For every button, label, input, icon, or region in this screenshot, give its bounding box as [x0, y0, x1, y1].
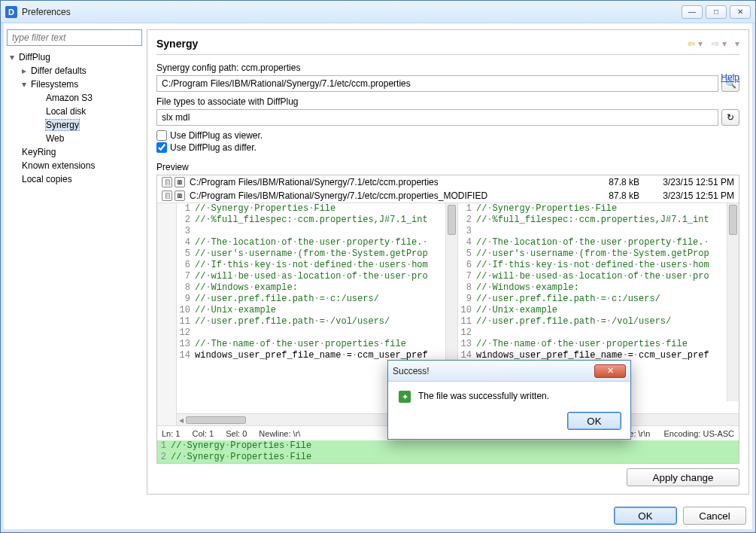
file-date: 3/23/15 12:51 PM [644, 177, 734, 187]
disk-icon: ⌸ [162, 190, 172, 201]
file-path: C:/Program Files/IBM/Rational/Synergy/7.… [190, 190, 582, 201]
sidebar: DiffPlug Differ defaults Filesystems Ama… [7, 29, 142, 495]
tree-item-keyring[interactable]: KeyRing [7, 145, 142, 159]
status-newline-left: Newline: \r\ [259, 429, 300, 438]
viewer-checkbox-label: Use DiffPlug as viewer. [170, 130, 263, 141]
file-icon: 🗎 [175, 177, 185, 187]
viewer-checkbox[interactable] [156, 130, 167, 141]
merged-result: 1//·Synergy·Properties·File2//·Synergy·P… [157, 440, 739, 463]
diff-gutter [157, 203, 177, 413]
reset-button[interactable]: ↻ [721, 109, 739, 126]
file-row[interactable]: ⌸🗎 C:/Program Files/IBM/Rational/Synergy… [157, 189, 739, 203]
forward-icon[interactable]: ⇨ [712, 38, 719, 49]
tree-item-local-disk[interactable]: Local disk [7, 105, 142, 118]
tree-item-known-extensions[interactable]: Known extensions [7, 159, 142, 172]
close-button[interactable]: ✕ [730, 5, 751, 19]
preview-label: Preview [156, 162, 739, 172]
dialog-title: Success! [393, 366, 594, 376]
status-col: Col: 1 [192, 429, 214, 438]
tree-item-local-copies[interactable]: Local copies [7, 172, 142, 186]
file-size: 87.8 kB [587, 177, 639, 187]
maximize-button[interactable]: □ [706, 5, 727, 19]
differ-checkbox[interactable] [156, 142, 167, 153]
filter-input[interactable] [7, 29, 142, 46]
window-body: DiffPlug Differ defaults Filesystems Ama… [1, 23, 755, 501]
tree-item-web[interactable]: Web [7, 132, 142, 145]
shield-icon: ✦ [399, 391, 411, 403]
forward-menu-icon[interactable]: ▾ [722, 38, 727, 49]
apply-change-button[interactable]: Apply change [627, 468, 739, 486]
back-icon[interactable]: ⇦ [688, 38, 695, 49]
config-path-label: Synergy config path: ccm.properties [156, 62, 739, 73]
window-title: Preferences [22, 7, 71, 17]
refresh-icon: ↻ [727, 112, 734, 123]
tree-item-diffplug[interactable]: DiffPlug [7, 50, 142, 64]
menu-dropdown-icon[interactable]: ▾ [735, 38, 739, 49]
config-path-input[interactable] [156, 75, 718, 92]
status-encoding: Encoding: US-ASC [663, 429, 734, 438]
dialog-message: The file was successfully written. [418, 391, 549, 401]
nav-tree[interactable]: DiffPlug Differ defaults Filesystems Ama… [7, 50, 142, 495]
preferences-window: D Preferences — □ ✕ DiffPlug Differ defa… [0, 0, 756, 533]
file-list: ⌸🗎 C:/Program Files/IBM/Rational/Synergy… [157, 175, 739, 203]
disk-icon: ⌸ [162, 177, 172, 187]
dialog-footer: OK Cancel [1, 501, 755, 532]
cancel-button[interactable]: Cancel [683, 507, 746, 525]
ok-button[interactable]: OK [614, 507, 677, 525]
success-dialog: Success! ✕ ✦ The file was successfully w… [387, 360, 631, 440]
file-path: C:/Program Files/IBM/Rational/Synergy/7.… [190, 177, 582, 187]
differ-checkbox-label: Use DiffPlug as differ. [170, 142, 257, 153]
assoc-label: File types to associate with DiffPlug [156, 96, 739, 107]
titlebar[interactable]: D Preferences — □ ✕ [1, 1, 755, 23]
dialog-titlebar[interactable]: Success! ✕ [388, 361, 630, 382]
file-size: 87.8 kB [587, 190, 639, 201]
file-row[interactable]: ⌸🗎 C:/Program Files/IBM/Rational/Synergy… [157, 175, 739, 189]
tree-item-filesystems[interactable]: Filesystems [7, 78, 142, 91]
help-link[interactable]: Help [721, 72, 739, 83]
status-sel: Sel: 0 [226, 429, 247, 438]
scrollbar-vertical[interactable] [727, 203, 739, 401]
page-title: Synergy [156, 38, 688, 50]
app-icon: D [5, 6, 17, 18]
dialog-ok-button[interactable]: OK [567, 412, 621, 430]
tree-item-amazon-s3[interactable]: Amazon S3 [7, 91, 142, 105]
assoc-input[interactable] [156, 109, 718, 126]
tree-item-synergy[interactable]: Synergy [7, 118, 142, 132]
status-line: Ln: 1 [162, 429, 180, 438]
minimize-button[interactable]: — [682, 5, 703, 19]
back-menu-icon[interactable]: ▾ [698, 38, 703, 49]
file-date: 3/23/15 12:51 PM [644, 190, 734, 201]
dialog-close-button[interactable]: ✕ [594, 364, 626, 378]
file-icon: 🗎 [175, 190, 185, 201]
tree-item-differ-defaults[interactable]: Differ defaults [7, 64, 142, 78]
nav-arrows: ⇦▾ ⇨▾ ▾ [688, 38, 739, 49]
